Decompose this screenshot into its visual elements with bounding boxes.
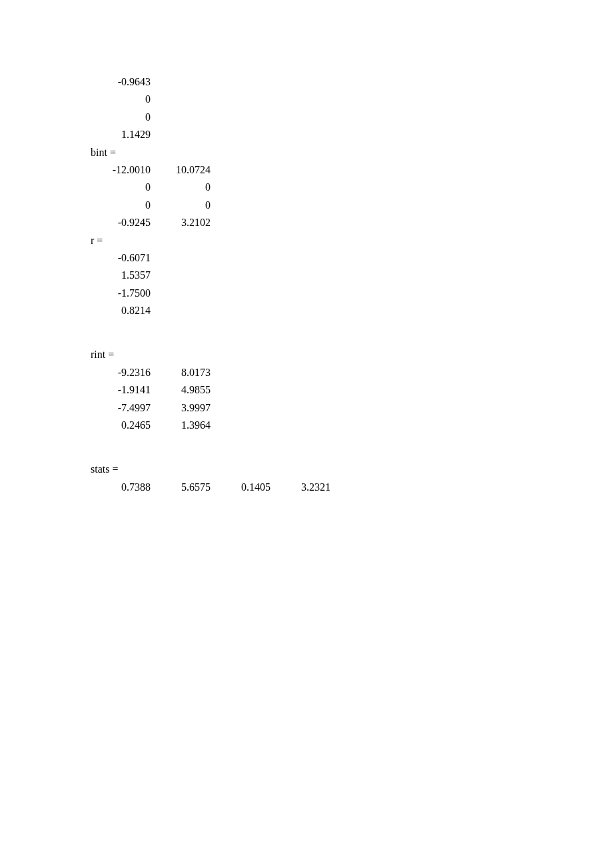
value: 0.1405 bbox=[211, 479, 271, 496]
value: -7.4997 bbox=[91, 399, 151, 417]
value: -0.9643 bbox=[91, 73, 151, 91]
value: 1.3964 bbox=[151, 417, 211, 434]
value: -0.9245 bbox=[91, 214, 151, 231]
value: -0.6071 bbox=[91, 249, 151, 267]
value: 0 bbox=[91, 91, 151, 108]
stats-block: 0.73885.65750.14053.2321 bbox=[91, 479, 613, 496]
bint-label: bint = bbox=[91, 144, 613, 161]
r-block: -0.6071 1.5357 -1.7500 0.8214 bbox=[91, 249, 613, 320]
value: 0.7388 bbox=[91, 479, 151, 496]
value: 0 bbox=[91, 179, 151, 196]
value: 1.5357 bbox=[91, 267, 151, 284]
value: 10.0724 bbox=[151, 161, 211, 179]
value: 3.9997 bbox=[151, 399, 211, 417]
value: 0 bbox=[151, 179, 211, 196]
value: 8.0173 bbox=[151, 364, 211, 381]
rint-block: -9.23168.0173 -1.91414.9855 -7.49973.999… bbox=[91, 364, 613, 435]
value: -1.9141 bbox=[91, 381, 151, 399]
rint-label: rint = bbox=[91, 346, 613, 363]
value: 0 bbox=[151, 197, 211, 214]
bint-block: -12.001010.0724 00 00 -0.92453.2102 bbox=[91, 161, 613, 232]
value: 0 bbox=[91, 109, 151, 126]
r-label: r = bbox=[91, 232, 613, 249]
value: 3.2321 bbox=[271, 479, 330, 496]
value: 3.2102 bbox=[151, 214, 211, 231]
stats-label: stats = bbox=[91, 461, 613, 478]
value: 1.1429 bbox=[91, 126, 151, 143]
value: -1.7500 bbox=[91, 285, 151, 302]
value: 0.2465 bbox=[91, 417, 151, 434]
top-values-block: -0.9643 0 0 1.1429 bbox=[91, 73, 613, 144]
value: 0 bbox=[91, 197, 151, 214]
value: -9.2316 bbox=[91, 364, 151, 381]
value: -12.0010 bbox=[91, 161, 151, 179]
value: 0.8214 bbox=[91, 302, 151, 319]
value: 5.6575 bbox=[151, 479, 211, 496]
value: 4.9855 bbox=[151, 381, 211, 399]
